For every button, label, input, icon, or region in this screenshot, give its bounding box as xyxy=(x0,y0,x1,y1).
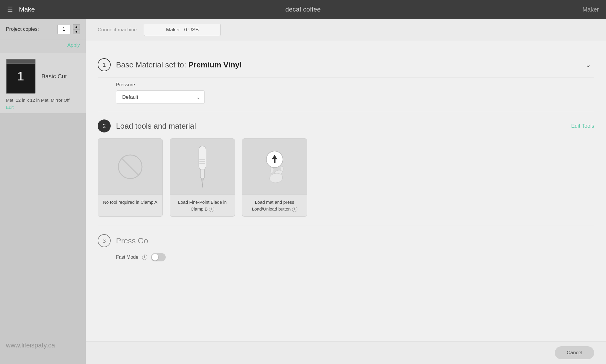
clamp-b-info-icon[interactable]: i xyxy=(209,207,214,212)
hamburger-icon[interactable]: ☰ xyxy=(7,6,13,13)
top-nav: ☰ Make decaf coffee Maker xyxy=(0,0,606,19)
load-mat-icon xyxy=(257,143,292,190)
mat-info: Mat, 12 in x 12 in Mat, Mirror Off Edit xyxy=(0,97,86,113)
step3-circle: 3 xyxy=(98,234,111,247)
clamp-b-image xyxy=(170,139,235,195)
right-content: Connect machine Maker : 0 USB 1 Base Mat… xyxy=(86,19,606,364)
apply-bar: Apply xyxy=(0,40,86,53)
left-sidebar: Project copies: ▲ ▼ Apply 1 Basic Cut Ma… xyxy=(0,19,86,364)
load-mat-image xyxy=(242,139,307,195)
section1-title-prefix: Base Material set to: xyxy=(116,60,188,69)
mat-number: 1 xyxy=(17,69,24,83)
fast-mode-info-icon[interactable]: i xyxy=(142,255,147,260)
mat-label: Basic Cut xyxy=(41,73,67,80)
mat-info-text: Mat, 12 in x 12 in Mat, Mirror Off xyxy=(6,97,80,104)
main-layout: Project copies: ▲ ▼ Apply 1 Basic Cut Ma… xyxy=(0,19,606,364)
copies-input[interactable] xyxy=(57,24,70,34)
step2-circle: 2 xyxy=(98,119,111,132)
fast-mode-toggle[interactable] xyxy=(151,253,166,261)
fast-mode-label: Fast Mode xyxy=(116,255,138,260)
nav-title: Make xyxy=(19,6,35,13)
pressure-select[interactable]: Default More Less xyxy=(116,90,205,104)
connect-bar: Connect machine Maker : 0 USB xyxy=(86,19,606,41)
tool-card-clamp-b: Load Fine-Point Blade in Clamp B i xyxy=(170,138,235,217)
tool-card-load-mat: Load mat and press Load/Unload button i xyxy=(242,138,307,217)
watermark: www.lifeispaty.ca xyxy=(6,342,55,349)
copies-control: ▲ ▼ xyxy=(57,24,80,34)
project-copies-bar: Project copies: ▲ ▼ xyxy=(0,19,86,40)
section2-title: Load tools and material xyxy=(116,122,566,131)
copies-spinner: ▲ ▼ xyxy=(73,24,80,34)
pressure-section: Pressure Default More Less ⌄ xyxy=(98,77,594,111)
clamp-a-label: No tool required in Clamp A xyxy=(98,195,162,210)
copies-up-button[interactable]: ▲ xyxy=(73,24,80,29)
section2-header: 2 Load tools and material Edit Tools xyxy=(98,111,594,138)
svg-marker-4 xyxy=(201,178,204,185)
cancel-button[interactable]: Cancel xyxy=(555,346,594,359)
sidebar-bottom-area xyxy=(0,113,86,364)
section1-chevron-icon[interactable]: ⌄ xyxy=(585,61,594,69)
document-title: decaf coffee xyxy=(285,6,320,13)
tool-card-clamp-a: No tool required in Clamp A xyxy=(98,138,163,217)
connect-machine-label: Connect machine xyxy=(98,27,137,33)
svg-rect-11 xyxy=(274,159,275,163)
copies-down-button[interactable]: ▼ xyxy=(73,29,80,34)
machine-type-label: Maker xyxy=(582,6,599,13)
fast-mode-row: Fast Mode i xyxy=(98,253,594,261)
mat-tab-strip xyxy=(7,59,35,64)
clamp-a-image xyxy=(98,139,162,195)
connect-machine-button[interactable]: Maker : 0 USB xyxy=(144,24,221,36)
section1-row: 1 Base Material set to: Premium Vinyl ⌄ xyxy=(98,50,594,77)
project-copies-label: Project copies: xyxy=(6,26,39,32)
load-mat-label: Load mat and press Load/Unload button i xyxy=(242,195,307,216)
edit-tools-link[interactable]: Edit Tools xyxy=(571,123,594,129)
blade-icon xyxy=(188,143,217,190)
step1-circle: 1 xyxy=(98,58,111,71)
tool-cards: No tool required in Clamp A xyxy=(98,138,594,226)
pressure-select-wrapper: Default More Less ⌄ xyxy=(116,90,205,104)
section1-material-name: Premium Vinyl xyxy=(188,60,241,69)
svg-line-1 xyxy=(122,158,138,175)
apply-button[interactable]: Apply xyxy=(67,42,80,48)
clamp-b-label: Load Fine-Point Blade in Clamp B i xyxy=(170,195,235,216)
bottom-bar: Cancel xyxy=(86,341,606,364)
toggle-knob xyxy=(152,254,158,261)
load-mat-info-icon[interactable]: i xyxy=(292,207,297,212)
mat-thumbnail: 1 xyxy=(6,59,36,94)
svg-rect-2 xyxy=(199,146,206,170)
no-tool-icon xyxy=(115,152,145,182)
edit-mat-link[interactable]: Edit xyxy=(6,105,14,110)
section1-title: Base Material set to: Premium Vinyl xyxy=(116,60,585,69)
section3-title: Press Go xyxy=(116,236,594,245)
content-area: 1 Base Material set to: Premium Vinyl ⌄ … xyxy=(86,41,606,270)
svg-rect-3 xyxy=(200,169,204,178)
section3-row: 3 Press Go xyxy=(98,226,594,253)
pressure-label: Pressure xyxy=(116,82,594,88)
mat-preview: 1 Basic Cut xyxy=(0,53,86,97)
